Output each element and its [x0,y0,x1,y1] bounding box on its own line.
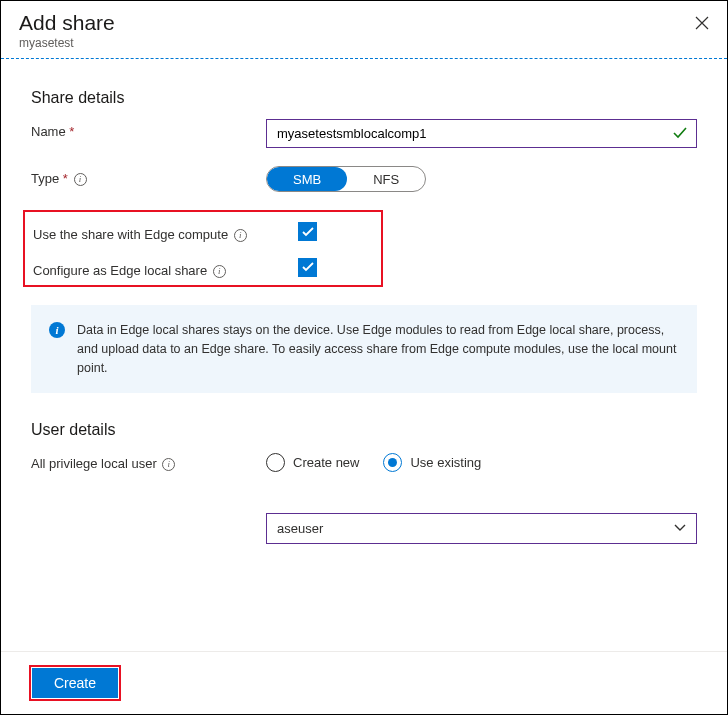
use-edge-compute-label: Use the share with Edge compute i [25,222,298,244]
name-input[interactable] [266,119,697,148]
panel-subtitle: myasetest [19,36,709,50]
edge-options-highlight: Use the share with Edge compute i Config… [23,210,383,287]
user-select-dropdown[interactable]: aseuser [266,513,697,544]
user-select-value: aseuser [277,521,323,536]
user-radio-group: Create new Use existing [266,453,697,472]
radio-use-existing-label: Use existing [410,455,481,470]
name-label: Name * [31,119,266,141]
panel-title: Add share [19,11,709,35]
chevron-down-icon [674,521,686,535]
info-icon[interactable]: i [74,173,87,186]
info-icon[interactable]: i [234,229,247,242]
type-option-smb[interactable]: SMB [267,167,347,191]
use-edge-compute-checkbox[interactable] [298,222,317,241]
type-label: Type * i [31,166,266,188]
info-icon[interactable]: i [162,458,175,471]
info-banner-text: Data in Edge local shares stays on the d… [77,321,679,377]
info-banner-icon: i [49,322,65,338]
share-details-heading: Share details [31,89,697,107]
privilege-user-label: All privilege local user i [31,451,266,473]
radio-create-new[interactable]: Create new [266,453,359,472]
create-button-highlight: Create [29,665,121,701]
configure-local-share-checkbox[interactable] [298,258,317,277]
create-button[interactable]: Create [32,668,118,698]
type-segmented-control: SMB NFS [266,166,426,192]
valid-check-icon [673,126,687,142]
radio-create-new-label: Create new [293,455,359,470]
info-banner: i Data in Edge local shares stays on the… [31,305,697,393]
panel-footer: Create [1,651,727,714]
info-icon[interactable]: i [213,265,226,278]
close-icon[interactable] [695,15,709,33]
user-details-heading: User details [31,421,697,439]
configure-local-share-label: Configure as Edge local share i [25,258,298,280]
type-option-nfs[interactable]: NFS [347,167,425,191]
radio-use-existing[interactable]: Use existing [383,453,481,472]
